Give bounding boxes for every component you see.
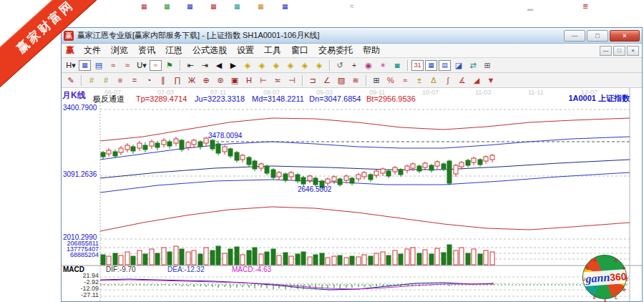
info-panel-icon[interactable]: ▤: [92, 59, 105, 72]
next-bar-icon[interactable]: ▶: [227, 59, 240, 72]
menu-item-10[interactable]: 帮助: [358, 44, 385, 57]
minimize-button[interactable]: —: [564, 30, 585, 42]
first-bar-icon[interactable]: ⇤: [184, 59, 197, 72]
fit-screen-icon[interactable]: ◈: [298, 59, 311, 72]
rose-tool-icon[interactable]: ⊛: [214, 74, 227, 87]
prev-bar-icon[interactable]: ◀: [213, 59, 225, 72]
unit-selector-icon[interactable]: U▾: [135, 59, 148, 72]
ray-tool-icon[interactable]: ⊢: [257, 74, 270, 87]
speed-lines-icon[interactable]: ≡: [114, 74, 127, 87]
compress-bars-icon[interactable]: ◈: [270, 59, 283, 72]
retrace-tool-icon[interactable]: ⊣: [286, 74, 298, 87]
label: ≣: [582, 3, 588, 10]
price-grid-icon[interactable]: ∏: [171, 74, 184, 87]
gann-grid-2-icon[interactable]: #: [99, 74, 112, 87]
titlebar[interactable]: 赢 赢家江恩专业版[赢家内部服务下载] - [上证指数 SH1A0001-106…: [62, 28, 642, 44]
marker-down-icon[interactable]: ▼: [484, 74, 497, 87]
wave-tool-icon[interactable]: ≋: [349, 74, 362, 87]
crosshair-icon[interactable]: +: [348, 59, 361, 72]
curve-tool-icon[interactable]: ≈: [399, 74, 411, 87]
gann-grid-1-icon[interactable]: #: [85, 74, 98, 87]
menu-item-2[interactable]: 浏览: [106, 44, 133, 57]
date-tick: 09-11: [369, 89, 385, 96]
gann360-ring-char: 0: [592, 296, 597, 301]
box-tool-icon[interactable]: ▣: [228, 74, 241, 87]
refresh-icon[interactable]: ↺: [333, 59, 346, 72]
app-window: 赢 赢家江恩专业版[赢家内部服务下载] - [上证指数 SH1A0001-106…: [61, 27, 643, 302]
magnifier-icon[interactable]: ◉: [362, 59, 375, 72]
label: ▦: [164, 4, 170, 10]
toolbar-separator: [366, 75, 366, 86]
doc-restore-button[interactable]: □: [613, 46, 625, 56]
flag-marker-icon[interactable]: ⚑: [163, 59, 176, 72]
last-bar-icon[interactable]: ⇥: [198, 59, 211, 72]
plusminus-tool-icon[interactable]: ±: [413, 74, 426, 87]
menu-item-3[interactable]: 资讯: [133, 44, 160, 57]
toolbar-drawing: ✎##≡=◔∥∏Ж⊕⊛▣Η⊢≍⊣⊐∠▨≋⊞%≈±Δ∫∡◢▼: [62, 73, 642, 88]
calendar-icon[interactable]: 31: [411, 60, 424, 71]
date-tick: 08-07: [263, 89, 280, 96]
shade-tool-icon[interactable]: ▨: [335, 74, 348, 87]
menu-app-icon: 赢: [66, 44, 74, 57]
menu-item-7[interactable]: 工具: [259, 44, 286, 57]
label: ▦: [187, 4, 193, 10]
integral-tool-icon[interactable]: ∫: [441, 74, 454, 87]
draw-pen-icon[interactable]: ✎: [64, 74, 77, 87]
expand-bars-icon[interactable]: ◈: [284, 59, 297, 72]
quote-list-icon[interactable]: ▤: [439, 60, 451, 71]
h-tool-icon[interactable]: Η: [243, 74, 255, 87]
toolbar-main: H▾▦▤≈≈U▾≈⚑⇤⇥◀▶◈◈◈◈◈◈↺+◉✶◙31▦▤◪⇄⊞: [62, 58, 642, 73]
menu-bar: 赢 文件浏览资讯江恩公式选股设置工具窗口交易委托帮助 —□×: [62, 44, 642, 58]
angle-tool-icon[interactable]: Ж: [185, 74, 198, 87]
menu-item-6[interactable]: 设置: [232, 44, 259, 57]
maximize-button[interactable]: □: [587, 30, 608, 42]
gann-wheel-icon[interactable]: ⊕: [200, 74, 213, 87]
grid-window-icon[interactable]: ⊞: [370, 74, 383, 87]
date-tick: 12-07: [581, 89, 597, 96]
doc-minimize-button[interactable]: —: [600, 46, 612, 56]
window-split-icon[interactable]: ⊞: [481, 59, 494, 72]
percent-tool-icon[interactable]: %: [384, 74, 397, 87]
mark-tool-icon[interactable]: ✶: [376, 59, 389, 72]
angle-measure-icon[interactable]: ∠: [321, 74, 333, 87]
zoom-in-x-icon[interactable]: ◈: [255, 59, 268, 72]
kline-style-icon[interactable]: ▦: [79, 60, 91, 71]
date-tick: 06-07: [104, 89, 121, 96]
date-tick: 11-03: [475, 89, 491, 96]
angle2-tool-icon[interactable]: ∡: [456, 74, 469, 87]
menu-item-1[interactable]: 文件: [79, 44, 106, 57]
menu-item-9[interactable]: 交易委托: [313, 44, 358, 57]
matrix-view-icon[interactable]: ▦: [425, 60, 437, 71]
menu-item-8[interactable]: 窗口: [286, 44, 313, 57]
close-button[interactable]: ×: [610, 30, 640, 42]
rect-select-icon[interactable]: ⊐: [306, 74, 319, 87]
trend-tool-1-icon[interactable]: ≈: [107, 59, 119, 72]
gann-fan-icon[interactable]: ◔: [142, 74, 155, 87]
toolbar-separator: [407, 60, 408, 71]
gann360-ring-char: 3: [614, 296, 618, 301]
menu-item-4[interactable]: 江恩: [160, 44, 187, 57]
zoom-out-x-icon[interactable]: ◈: [241, 59, 254, 72]
gann360-ring-char: N: [625, 278, 629, 281]
gann360-ring-char: C: [582, 278, 586, 281]
full-view-icon[interactable]: ◈: [313, 59, 326, 72]
date-tick: 09-03: [316, 89, 333, 96]
menu-item-5[interactable]: 公式选股: [187, 44, 232, 57]
band-tool-icon[interactable]: ≍: [271, 74, 284, 87]
low-annotation: 2646.5002: [298, 186, 331, 193]
kline-chart-svg: [62, 88, 642, 301]
price-tick: 3400.7900: [63, 104, 97, 112]
doc-close-button[interactable]: ×: [627, 46, 639, 56]
data-transfer-icon[interactable]: ⇄: [467, 59, 479, 72]
chart-area[interactable]: 月K线1A0001 上证指数极反通道Tp=3289.4714Ju=3223.33…: [62, 88, 642, 301]
period-selector-icon[interactable]: H▾: [64, 59, 77, 72]
indicator-name: 极反通道: [93, 95, 125, 103]
indicator-window-icon[interactable]: ≈: [150, 60, 162, 71]
trend-tool-2-icon[interactable]: ≈: [121, 59, 134, 72]
delta-tool-icon[interactable]: Δ: [427, 74, 440, 87]
save-layout-icon[interactable]: ◪: [452, 59, 465, 72]
parallel-lines-icon[interactable]: =: [128, 74, 141, 87]
theme-tool-icon[interactable]: ◙: [391, 59, 404, 72]
vertical-lines-icon[interactable]: ∥: [157, 74, 170, 87]
triangle-tool-icon[interactable]: ◢: [470, 74, 483, 87]
